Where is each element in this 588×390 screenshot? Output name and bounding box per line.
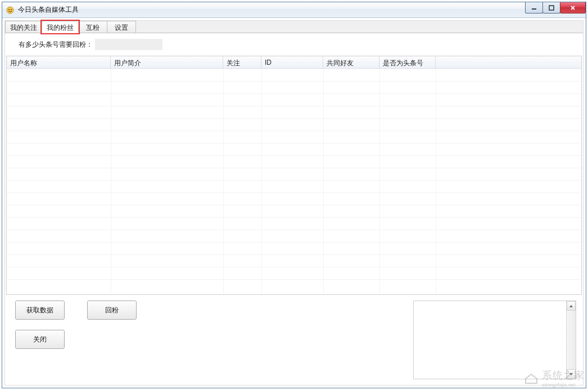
tab-my-fans[interactable]: 我的粉丝 (42, 21, 79, 33)
table-body[interactable] (7, 69, 581, 294)
filter-label: 有多少头条号需要回粉： (19, 40, 93, 50)
close-button[interactable] (560, 2, 586, 14)
maximize-button[interactable] (542, 2, 560, 14)
tab-panel-fans: 有多少头条号需要回粉： 用户名称 用户简介 关注 ID 共同好友 是否为头条号 (5, 33, 583, 385)
table-header: 用户名称 用户简介 关注 ID 共同好友 是否为头条号 (7, 56, 581, 69)
log-output[interactable] (413, 301, 576, 379)
window-controls (526, 2, 586, 14)
svg-point-2 (11, 9, 12, 10)
client-area: 我的关注 我的粉丝 互粉 设置 有多少头条号需要回粉： 用户名称 用户简介 关注… (4, 20, 584, 385)
col-istoutiao[interactable]: 是否为头条号 (379, 56, 436, 69)
titlebar[interactable]: 今日头条自媒体工具 (2, 2, 586, 18)
scroll-down-button[interactable] (567, 369, 576, 379)
tab-mutual[interactable]: 互粉 (78, 21, 107, 33)
col-username[interactable]: 用户名称 (7, 56, 111, 69)
app-window: 今日头条自媒体工具 我的关注 我的粉丝 互粉 设置 有多少头条号需要回粉： (2, 2, 586, 388)
tab-strip: 我的关注 我的粉丝 互粉 设置 (5, 21, 583, 33)
col-spacer (436, 56, 581, 69)
svg-rect-3 (532, 8, 536, 10)
action-bar: 获取数据 回粉 关闭 (5, 295, 583, 385)
close-panel-button[interactable]: 关闭 (15, 330, 65, 349)
filter-bar: 有多少头条号需要回粉： (5, 33, 583, 56)
tab-settings[interactable]: 设置 (107, 21, 136, 33)
filter-input[interactable] (95, 39, 162, 50)
tab-my-following[interactable]: 我的关注 (5, 21, 42, 33)
svg-point-0 (7, 7, 13, 14)
col-id[interactable]: ID (261, 56, 323, 69)
log-scrollbar[interactable] (566, 301, 576, 379)
col-follow[interactable]: 关注 (223, 56, 261, 69)
fans-table: 用户名称 用户简介 关注 ID 共同好友 是否为头条号 (6, 56, 582, 295)
follow-back-button[interactable]: 回粉 (87, 301, 137, 320)
fetch-button[interactable]: 获取数据 (15, 301, 65, 320)
scroll-up-button[interactable] (567, 301, 576, 311)
svg-rect-4 (549, 6, 554, 10)
window-title: 今日头条自媒体工具 (18, 5, 79, 15)
col-bio[interactable]: 用户简介 (111, 56, 223, 69)
col-mutual[interactable]: 共同好友 (323, 56, 379, 69)
app-icon (6, 6, 15, 15)
svg-point-1 (8, 9, 10, 10)
minimize-button[interactable] (525, 2, 543, 14)
